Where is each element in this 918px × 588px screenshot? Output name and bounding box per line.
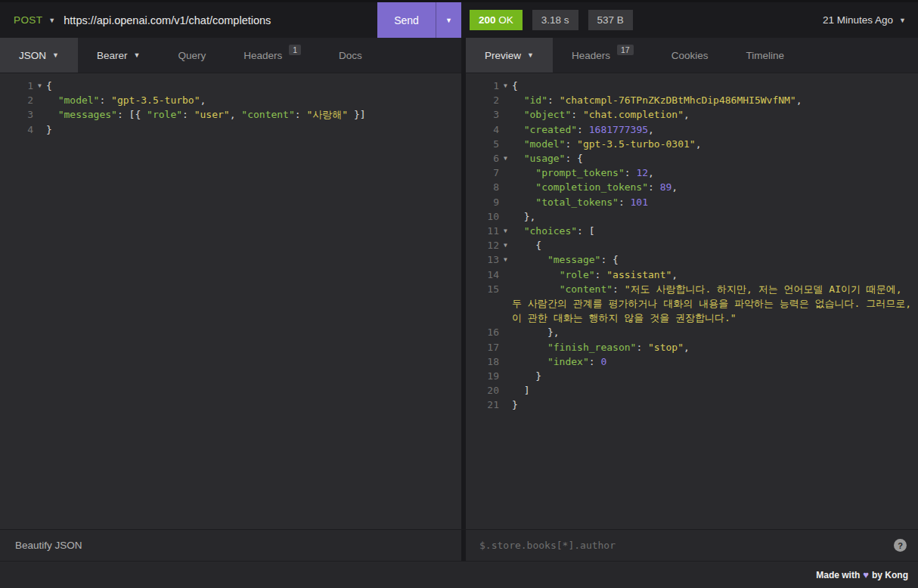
method-dropdown[interactable]: POST ▼ bbox=[0, 2, 64, 38]
fold-arrow-icon[interactable]: ▼ bbox=[499, 238, 512, 252]
line-number: 1 bbox=[0, 79, 33, 93]
chevron-down-icon: ▼ bbox=[445, 17, 452, 24]
code-content: }, bbox=[512, 209, 918, 224]
tab-cookies-label: Cookies bbox=[671, 50, 709, 61]
tab-docs[interactable]: Docs bbox=[320, 38, 381, 73]
fold-spacer bbox=[33, 93, 46, 107]
code-content: "role": "assistant", bbox=[512, 268, 918, 282]
fold-spacer bbox=[499, 166, 512, 180]
status-code: 200 bbox=[479, 14, 496, 26]
code-content: "choices": [ bbox=[512, 224, 918, 238]
code-content: { bbox=[46, 79, 461, 93]
tab-auth-bearer[interactable]: Bearer ▼ bbox=[78, 38, 159, 73]
response-tabs: Preview ▼ Headers 17 Cookies Timeline bbox=[461, 38, 918, 73]
tab-query-label: Query bbox=[178, 50, 206, 61]
response-preview-editor[interactable]: 1▼{2 "id": "chatcmpl-76TPnZKzDBtMhcDip48… bbox=[461, 73, 918, 529]
fold-spacer bbox=[499, 180, 512, 194]
request-url-bar: POST ▼ https://api.openai.com/v1/chat/co… bbox=[0, 0, 918, 38]
fold-arrow-icon[interactable]: ▼ bbox=[33, 79, 46, 93]
tab-preview[interactable]: Preview ▼ bbox=[466, 38, 553, 73]
headers-count-badge: 1 bbox=[289, 45, 301, 55]
url-cell: POST ▼ https://api.openai.com/v1/chat/co… bbox=[0, 2, 461, 38]
tab-request-headers[interactable]: Headers 1 bbox=[225, 38, 320, 73]
code-line: 20 ] bbox=[466, 383, 918, 398]
fold-arrow-icon[interactable]: ▼ bbox=[499, 151, 512, 166]
fold-spacer bbox=[499, 383, 512, 398]
help-icon[interactable]: ? bbox=[894, 539, 907, 552]
line-number: 11 bbox=[466, 224, 499, 238]
tab-timeline[interactable]: Timeline bbox=[727, 38, 803, 73]
filter-response-input[interactable]: $.store.books[*].author bbox=[466, 540, 894, 551]
code-content: "id": "chatcmpl-76TPnZKzDBtMhcDip486MHI5… bbox=[512, 93, 918, 107]
code-content: "content": "저도 사랑합니다. 하지만, 저는 언어모델 AI이기 … bbox=[512, 282, 918, 326]
send-options-button[interactable]: ▼ bbox=[436, 2, 461, 38]
tab-query[interactable]: Query bbox=[159, 38, 225, 73]
code-line: 3 "object": "chat.completion", bbox=[466, 107, 918, 122]
footer-by-kong: by Kong bbox=[872, 570, 908, 580]
headers-count-badge: 17 bbox=[617, 45, 634, 55]
line-number: 19 bbox=[466, 369, 499, 383]
code-line: 19 } bbox=[466, 369, 918, 383]
api-client-window: POST ▼ https://api.openai.com/v1/chat/co… bbox=[0, 0, 918, 588]
response-time-badge: 3.18 s bbox=[532, 10, 578, 30]
line-number: 4 bbox=[0, 122, 33, 137]
response-filter-bar: $.store.books[*].author ? bbox=[461, 530, 918, 561]
tab-headers-label: Headers bbox=[572, 50, 610, 61]
fold-spacer bbox=[33, 107, 46, 122]
tab-auth-label: Bearer bbox=[97, 50, 128, 61]
chevron-down-icon: ▼ bbox=[48, 17, 55, 24]
line-number: 8 bbox=[466, 180, 499, 194]
fold-spacer bbox=[499, 354, 512, 369]
line-number: 20 bbox=[466, 383, 499, 398]
fold-spacer bbox=[499, 137, 512, 151]
line-number: 7 bbox=[466, 166, 499, 180]
url-input[interactable]: https://api.openai.com/v1/chat/completio… bbox=[64, 2, 377, 38]
code-content: "total_tokens": 101 bbox=[512, 195, 918, 209]
fold-spacer bbox=[499, 93, 512, 107]
code-line: 1▼{ bbox=[0, 79, 461, 93]
code-content: "object": "chat.completion", bbox=[512, 107, 918, 122]
line-number: 3 bbox=[0, 107, 33, 122]
code-line: 21} bbox=[466, 398, 918, 412]
response-history-dropdown[interactable]: 21 Minutes Ago ▼ bbox=[823, 14, 918, 26]
fold-spacer bbox=[499, 195, 512, 209]
code-line: 18 "index": 0 bbox=[466, 354, 918, 369]
code-content: } bbox=[46, 122, 461, 137]
fold-spacer bbox=[499, 369, 512, 383]
line-number: 17 bbox=[466, 340, 499, 354]
code-line: 9 "total_tokens": 101 bbox=[466, 195, 918, 209]
line-number: 2 bbox=[466, 93, 499, 107]
fold-arrow-icon[interactable]: ▼ bbox=[499, 224, 512, 238]
tab-cookies[interactable]: Cookies bbox=[653, 38, 727, 73]
code-line: 4 "created": 1681777395, bbox=[466, 122, 918, 137]
tab-timeline-label: Timeline bbox=[746, 50, 784, 61]
heart-icon: ♥ bbox=[863, 569, 869, 580]
fold-spacer bbox=[499, 268, 512, 282]
request-body-editor[interactable]: 1▼{2 "model": "gpt-3.5-turbo",3 "message… bbox=[0, 73, 461, 529]
line-number: 14 bbox=[466, 268, 499, 282]
fold-spacer bbox=[499, 209, 512, 224]
tab-body-json[interactable]: JSON ▼ bbox=[0, 38, 78, 73]
status-badge: 200 OK bbox=[470, 10, 523, 30]
code-content: ] bbox=[512, 383, 918, 398]
code-content: { bbox=[512, 238, 918, 252]
code-content: "model": "gpt-3.5-turbo-0301", bbox=[512, 137, 918, 151]
code-line: 3 "messages": [{ "role": "user", "conten… bbox=[0, 107, 461, 122]
beautify-json-button[interactable]: Beautify JSON bbox=[0, 530, 461, 561]
request-tabs: JSON ▼ Bearer ▼ Query Headers 1 Docs bbox=[0, 38, 461, 73]
tab-response-headers[interactable]: Headers 17 bbox=[553, 38, 653, 73]
code-line: 10 }, bbox=[466, 209, 918, 224]
code-line: 7 "prompt_tokens": 12, bbox=[466, 166, 918, 180]
line-number: 10 bbox=[466, 209, 499, 224]
response-age-label: 21 Minutes Ago bbox=[823, 14, 893, 26]
send-button[interactable]: Send bbox=[377, 2, 436, 38]
code-line: 8 "completion_tokens": 89, bbox=[466, 180, 918, 194]
code-content: }, bbox=[512, 325, 918, 339]
line-number: 16 bbox=[466, 325, 499, 339]
fold-arrow-icon[interactable]: ▼ bbox=[499, 79, 512, 93]
chevron-down-icon: ▼ bbox=[133, 51, 140, 59]
fold-arrow-icon[interactable]: ▼ bbox=[499, 252, 512, 267]
code-content: { bbox=[512, 79, 918, 93]
code-line: 2 "model": "gpt-3.5-turbo", bbox=[0, 93, 461, 107]
line-number: 13 bbox=[466, 252, 499, 267]
